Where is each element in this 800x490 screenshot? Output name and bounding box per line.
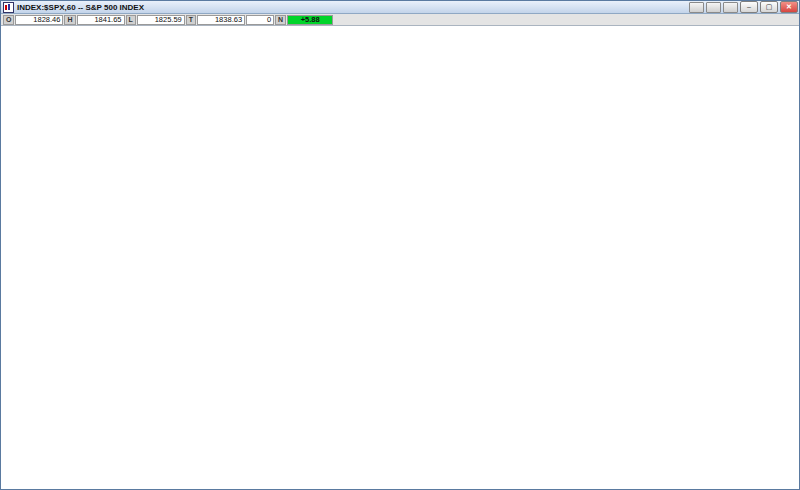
last-value: 1838.63 <box>197 15 245 25</box>
mini-toolbar-button-1[interactable] <box>689 2 704 13</box>
open-value: 1828.46 <box>15 15 63 25</box>
extra-value: 0 <box>246 15 274 25</box>
maximize-button[interactable]: ▢ <box>760 1 778 13</box>
open-label: O <box>3 15 14 25</box>
last-label: T <box>186 15 196 25</box>
change-badge: +5.88 <box>287 15 333 25</box>
mini-toolbar-button-2[interactable] <box>706 2 721 13</box>
low-label: L <box>126 15 136 25</box>
title-bar: INDEX:$SPX,60 -- S&P 500 INDEX – ▢ ✕ <box>1 1 800 14</box>
minimize-button[interactable]: – <box>740 1 758 13</box>
chart-area[interactable] <box>1 26 800 490</box>
chart-canvas[interactable] <box>1 26 800 490</box>
window-controls: – ▢ ✕ <box>689 1 800 13</box>
high-label: H <box>64 15 75 25</box>
close-button[interactable]: ✕ <box>780 1 798 13</box>
low-value: 1825.59 <box>137 15 185 25</box>
window-title: INDEX:$SPX,60 -- S&P 500 INDEX <box>17 3 144 12</box>
n-label: N <box>275 15 286 25</box>
quote-bar: O 1828.46 H 1841.65 L 1825.59 T 1838.63 … <box>1 14 800 26</box>
mini-toolbar-button-3[interactable] <box>723 2 738 13</box>
app-window: INDEX:$SPX,60 -- S&P 500 INDEX – ▢ ✕ O 1… <box>0 0 800 490</box>
high-value: 1841.65 <box>77 15 125 25</box>
chart-icon <box>3 2 14 13</box>
